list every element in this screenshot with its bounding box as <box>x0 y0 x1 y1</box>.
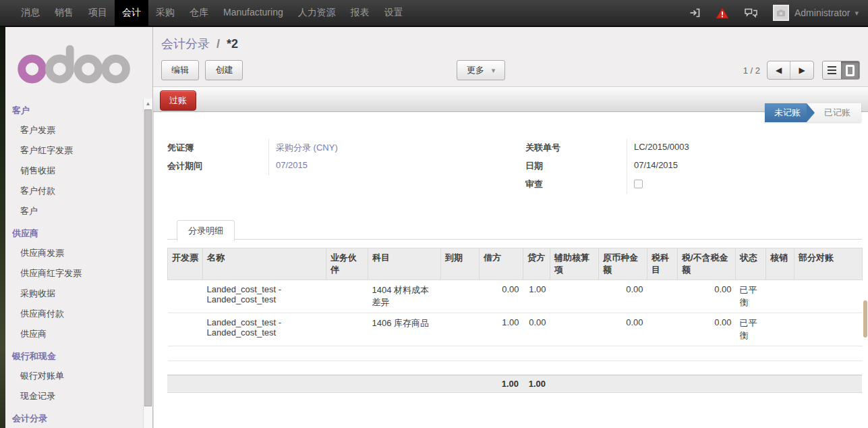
date-value: 07/14/2015 <box>627 157 863 176</box>
totals-row: 1.00 1.00 <box>167 375 862 393</box>
menu-settings[interactable]: 设置 <box>377 0 411 26</box>
cell-state: 已平衡 <box>736 280 766 313</box>
menu-warehouse[interactable]: 仓库 <box>182 0 216 26</box>
col-partial-reconcile[interactable]: 部分对账 <box>794 248 863 280</box>
user-menu[interactable]: Administrator ▾ <box>773 5 859 21</box>
topbar-right: Administrator ▾ <box>674 5 859 21</box>
table-header-row: 开发票 名称 业务伙伴 科目 到期 借方 贷方 辅助核算项 原币种金额 税科目 … <box>168 248 863 280</box>
next-record-button[interactable]: ▶ <box>790 61 813 79</box>
menu-manufacturing[interactable]: Manufacturing <box>216 0 291 26</box>
cell-state: 已平衡 <box>736 313 766 346</box>
menu-project[interactable]: 项目 <box>81 0 115 26</box>
col-credit[interactable]: 贷方 <box>523 248 550 280</box>
breadcrumb-parent-link[interactable]: 会计分录 <box>161 37 210 51</box>
cell-due-date <box>441 280 480 313</box>
col-debit[interactable]: 借方 <box>480 248 523 280</box>
col-invoice[interactable]: 开发票 <box>168 248 203 280</box>
sidebar-section-suppliers: 供应商 <box>5 221 152 243</box>
window-scrollbar-thumb[interactable] <box>863 300 867 338</box>
journal-label: 凭证簿 <box>167 139 268 154</box>
cell-amount-currency: 0.00 <box>599 280 647 313</box>
menu-reporting[interactable]: 报表 <box>343 0 377 26</box>
view-switcher <box>822 61 860 80</box>
period-value[interactable]: 07/2015 <box>268 157 508 176</box>
cell-name: Landed_cost_test - Landed_cost_test <box>203 280 326 313</box>
caret-down-icon: ▾ <box>855 9 859 18</box>
sidebar-item-sales-receipts[interactable]: 销售收据 <box>5 161 152 181</box>
sidebar-item-customer-invoices[interactable]: 客户发票 <box>5 120 152 140</box>
table-row[interactable]: Landed_cost_test - Landed_cost_test 1404… <box>168 280 863 313</box>
review-label: 审查 <box>525 176 627 190</box>
cell-account: 1404 材料成本差异 <box>368 280 441 313</box>
menu-sales[interactable]: 销售 <box>47 0 81 26</box>
sidebar-item-customer-refunds[interactable]: 客户红字发票 <box>5 140 152 161</box>
col-amount-currency[interactable]: 原币种金额 <box>599 248 647 280</box>
journal-value[interactable]: 采购分录 (CNY) <box>268 139 508 157</box>
menu-accounting[interactable]: 会计 <box>115 0 148 26</box>
col-partner[interactable]: 业务伙伴 <box>326 248 368 280</box>
caret-down-icon: ▾ <box>492 66 496 74</box>
sidebar-item-supplier-invoices[interactable]: 供应商发票 <box>5 243 152 263</box>
top-bar: 消息 销售 项目 会计 采购 仓库 Manufacturing 人力资源 报表 … <box>0 0 868 27</box>
total-debit: 1.00 <box>479 375 523 393</box>
menu-purchase[interactable]: 采购 <box>148 0 182 26</box>
form-view-button[interactable] <box>841 61 859 79</box>
odoo-logo <box>16 42 152 88</box>
sidebar-section-bank-cash: 银行和现金 <box>5 344 152 366</box>
sidebar-scrollbar-thumb[interactable] <box>144 109 152 406</box>
col-state[interactable]: 状态 <box>736 248 766 280</box>
cell-credit: 0.00 <box>523 313 550 346</box>
status-posted[interactable]: 已记账 <box>807 103 861 122</box>
period-label: 会计期间 <box>167 157 268 172</box>
logout-icon[interactable] <box>689 7 701 18</box>
create-button[interactable]: 创建 <box>205 60 243 80</box>
col-due-date[interactable]: 到期 <box>441 248 480 280</box>
edit-button[interactable]: 编辑 <box>161 60 199 80</box>
arrow-right-icon: ▶ <box>799 65 805 75</box>
cell-name: Landed_cost_test - Landed_cost_test <box>203 313 326 346</box>
col-name[interactable]: 名称 <box>203 248 326 280</box>
list-view-button[interactable] <box>823 61 841 79</box>
cell-debit: 0.00 <box>480 280 523 313</box>
cell-credit: 1.00 <box>523 280 550 313</box>
col-reconcile[interactable]: 核销 <box>766 248 794 280</box>
review-checkbox[interactable] <box>634 180 643 188</box>
previous-record-button[interactable]: ◀ <box>768 61 790 79</box>
scroll-up-icon[interactable]: ▲ <box>144 99 152 108</box>
cell-partial-reconcile <box>794 280 863 313</box>
pager-counter: 1 / 2 <box>743 65 760 76</box>
warning-icon[interactable] <box>716 7 729 19</box>
col-tax-account[interactable]: 税科目 <box>647 248 678 280</box>
col-tax-amount[interactable]: 税/不含税金额 <box>678 248 736 280</box>
col-analytic[interactable]: 辅助核算项 <box>550 248 599 280</box>
pager: 1 / 2 ◀ ▶ <box>743 61 860 80</box>
sidebar-scrollbar[interactable]: ▲ <box>143 99 152 428</box>
cell-analytic <box>550 280 599 313</box>
sidebar-item-cash-registers[interactable]: 现金记录 <box>5 386 152 406</box>
table-row[interactable]: Landed_cost_test - Landed_cost_test 1406… <box>168 313 863 346</box>
sidebar-section-journal-entries: 会计分录 <box>5 406 152 428</box>
menu-messaging[interactable]: 消息 <box>13 0 47 26</box>
sidebar-item-bank-statements[interactable]: 银行对账单 <box>5 366 152 386</box>
sidebar-item-supplier-refunds[interactable]: 供应商红字发票 <box>5 263 152 284</box>
cell-analytic <box>550 313 599 346</box>
date-label: 日期 <box>525 157 627 172</box>
col-account[interactable]: 科目 <box>368 248 441 280</box>
post-button[interactable]: 过账 <box>160 90 196 111</box>
sidebar-item-suppliers[interactable]: 供应商 <box>5 324 152 344</box>
sidebar-item-supplier-payments[interactable]: 供应商付款 <box>5 304 152 324</box>
cell-reconcile <box>766 280 794 313</box>
form-sheet: 凭证簿 采购分录 (CNY) 会计期间 07/2015 关联单号 LC/2015… <box>153 112 868 428</box>
status-unposted[interactable]: 未记账 <box>765 103 807 122</box>
cell-invoice <box>168 280 203 313</box>
sidebar-item-purchase-receipts[interactable]: 采购收据 <box>5 284 152 304</box>
sidebar: 客户 客户发票 客户红字发票 销售收据 客户付款 客户 供应商 供应商发票 供应… <box>5 27 153 428</box>
cell-partner <box>326 280 368 313</box>
tab-journal-items[interactable]: 分录明细 <box>177 220 235 242</box>
chat-icon[interactable] <box>744 7 758 18</box>
sidebar-item-customers[interactable]: 客户 <box>5 201 152 221</box>
sidebar-item-customer-payments[interactable]: 客户付款 <box>5 181 152 201</box>
total-credit: 1.00 <box>523 375 550 393</box>
more-button[interactable]: 更多 ▾ <box>457 60 505 80</box>
menu-hr[interactable]: 人力资源 <box>291 0 343 26</box>
